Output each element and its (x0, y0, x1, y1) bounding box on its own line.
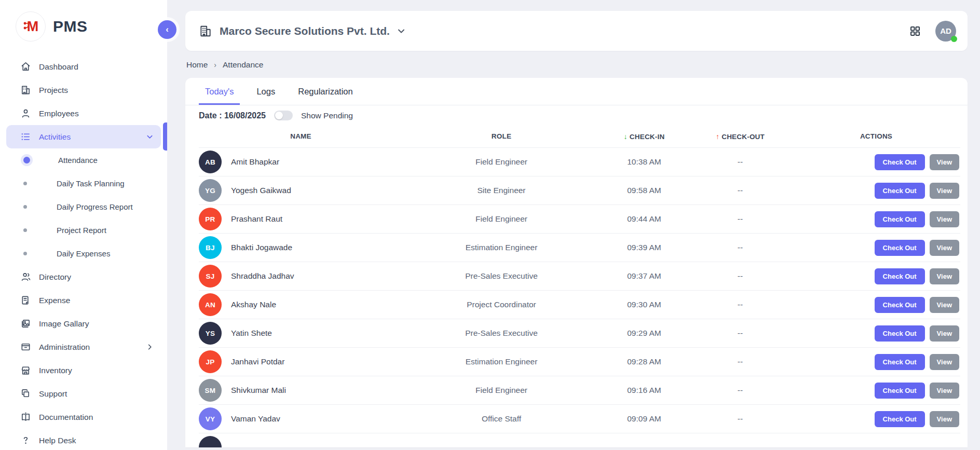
check-in-time: 09:29 AM (600, 329, 688, 338)
check-in-time: 09:37 AM (600, 271, 688, 281)
sidebar-subitem-attendance[interactable]: Attendance (0, 148, 167, 172)
breadcrumb-home[interactable]: Home (186, 60, 208, 70)
tab-todays[interactable]: Today's (199, 78, 240, 105)
sidebar-item-label: Documentation (39, 413, 93, 422)
app-title: PMS (53, 18, 88, 35)
user-avatar-initials: AD (940, 26, 951, 35)
sidebar-item-support[interactable]: Support (6, 382, 161, 405)
employee-role: Project Coordinator (403, 300, 600, 309)
check-out-button[interactable]: Check Out (875, 154, 925, 170)
check-out-button[interactable]: Check Out (875, 297, 925, 313)
column-header-name: NAME (199, 132, 403, 140)
view-button[interactable]: View (930, 383, 959, 399)
check-out-button[interactable]: Check Out (875, 268, 925, 284)
tab-regularization[interactable]: Regularization (292, 78, 359, 105)
building-icon (20, 85, 31, 96)
chevron-left-icon: ‹ (166, 24, 169, 35)
sidebar-item-documentation[interactable]: Documentation (6, 405, 161, 429)
employee-role: Field Engineer (403, 157, 600, 167)
view-button[interactable]: View (930, 354, 959, 370)
view-button[interactable]: View (930, 325, 959, 342)
avatar: AB (199, 151, 222, 173)
check-in-time: 09:44 AM (600, 214, 688, 224)
sidebar-item-projects[interactable]: Projects (6, 78, 161, 102)
people-icon (20, 271, 31, 283)
bullet-icon (23, 228, 27, 232)
column-header-check-out[interactable]: ↑CHECK-OUT (688, 132, 792, 141)
bullet-icon (23, 182, 27, 185)
sidebar-item-activities[interactable]: Activities (6, 125, 161, 148)
employee-role: Site Engineer (403, 186, 600, 195)
sidebar-item-expense[interactable]: Expense (6, 289, 161, 312)
view-button[interactable]: View (930, 240, 959, 256)
sort-arrow-down-icon: ↓ (624, 132, 628, 141)
sidebar-item-employees[interactable]: Employees (6, 102, 161, 125)
check-out-button[interactable]: Check Out (875, 383, 925, 399)
view-button[interactable]: View (930, 268, 959, 284)
employee-name: Yatin Shete (226, 329, 403, 338)
view-button[interactable]: View (930, 211, 959, 227)
store-icon (20, 365, 31, 376)
column-header-check-in[interactable]: ↓CHECK-IN (600, 132, 688, 141)
avatar: VY (199, 407, 222, 430)
company-selector[interactable]: Marco Secure Solutions Pvt. Ltd. (199, 24, 405, 38)
chevron-down-icon (397, 27, 405, 35)
table-header-row: NAMEROLE↓CHECK-IN↑CHECK-OUTACTIONS (199, 125, 960, 147)
toggle-knob (275, 112, 283, 119)
sidebar-subitem-daily-progress-report[interactable]: Daily Progress Report (0, 195, 167, 219)
view-button[interactable]: View (930, 411, 959, 427)
avatar: JP (199, 350, 222, 373)
check-out-time: -- (688, 329, 792, 338)
check-out-button[interactable]: Check Out (875, 240, 925, 256)
check-out-button[interactable]: Check Out (875, 411, 925, 427)
bullet-icon (23, 157, 30, 163)
sidebar-item-administration[interactable]: Administration (6, 335, 161, 359)
show-pending-label: Show Pending (301, 111, 353, 120)
avatar: PR (199, 208, 222, 230)
sidebar: M PMS DashboardProjectsEmployeesActiviti… (0, 0, 167, 450)
sidebar-nav: DashboardProjectsEmployeesActivitiesAtte… (0, 55, 167, 450)
column-label: CHECK-OUT (722, 133, 765, 141)
sidebar-item-label: Directory (39, 272, 71, 282)
employee-name: Yogesh Gaikwad (226, 186, 403, 195)
check-out-button[interactable]: Check Out (875, 325, 925, 342)
bullet-icon (23, 205, 27, 209)
svg-text:M: M (27, 19, 39, 34)
user-avatar[interactable]: AD (935, 21, 956, 42)
check-out-button[interactable]: Check Out (875, 211, 925, 227)
support-icon (20, 388, 31, 400)
show-pending-toggle[interactable] (274, 111, 293, 120)
avatar: BJ (199, 236, 222, 259)
sidebar-item-image-gallary[interactable]: Image Gallary (6, 312, 161, 335)
sidebar-subitem-daily-expenses[interactable]: Daily Expenses (0, 242, 167, 265)
check-out-button[interactable]: Check Out (875, 183, 925, 199)
sidebar-collapse-button[interactable]: ‹ (158, 20, 176, 39)
avatar: AN (199, 293, 222, 316)
sidebar-item-label: Activities (39, 132, 71, 142)
table-row: Check Out View (199, 433, 960, 447)
tab-logs[interactable]: Logs (250, 78, 281, 105)
table-row: PR Prashant Raut Field Engineer 09:44 AM… (199, 204, 960, 233)
check-in-time: 09:16 AM (600, 386, 688, 395)
book-icon (20, 412, 31, 423)
sidebar-item-inventory[interactable]: Inventory (6, 359, 161, 382)
sidebar-item-dashboard[interactable]: Dashboard (6, 55, 161, 78)
chevron-right-icon (146, 343, 154, 351)
sidebar-item-label: Employees (39, 109, 79, 118)
employee-name: Amit Bhapkar (226, 157, 403, 167)
breadcrumb-current: Attendance (223, 60, 263, 70)
sidebar-subitem-daily-task-planning[interactable]: Daily Task Planning (0, 172, 167, 195)
attendance-card: Today'sLogsRegularization Date : 16/08/2… (185, 78, 968, 447)
app-root: M PMS DashboardProjectsEmployeesActiviti… (0, 0, 980, 450)
sidebar-item-directory[interactable]: Directory (6, 265, 161, 289)
avatar: SJ (199, 265, 222, 288)
view-button[interactable]: View (930, 154, 959, 170)
column-label: NAME (290, 132, 311, 140)
sidebar-subitem-project-report[interactable]: Project Report (0, 219, 167, 242)
sidebar-item-help-desk[interactable]: Help Desk (6, 429, 161, 450)
sidebar-subitem-label: Project Report (57, 226, 106, 235)
apps-grid-button[interactable] (909, 25, 921, 37)
check-out-button[interactable]: Check Out (875, 354, 925, 370)
view-button[interactable]: View (930, 183, 959, 199)
view-button[interactable]: View (930, 297, 959, 313)
